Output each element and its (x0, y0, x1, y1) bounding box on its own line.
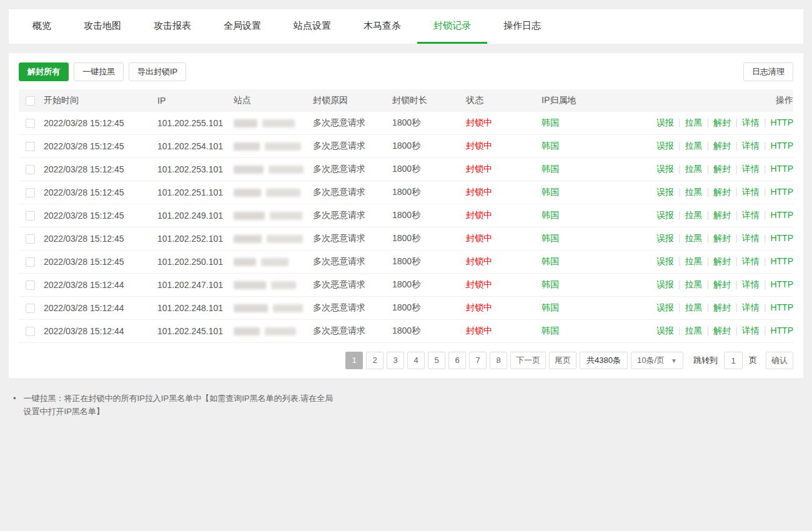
page-button-8[interactable]: 8 (490, 352, 507, 369)
row-checkbox[interactable] (26, 234, 35, 244)
tab-0[interactable]: 概览 (16, 9, 67, 44)
last-page-button[interactable]: 尾页 (549, 352, 577, 369)
blacklist-all-button[interactable]: 一键拉黑 (74, 62, 124, 81)
action-link-0[interactable]: 误报 (656, 279, 674, 289)
cell-ip: 101.202.251.101 (157, 187, 234, 197)
action-link-0[interactable]: 误报 (656, 117, 674, 127)
tab-4[interactable]: 站点设置 (277, 9, 347, 44)
action-link-1[interactable]: 拉黑 (685, 141, 703, 151)
cell-block-duration: 1800秒 (392, 210, 466, 221)
action-link-4[interactable]: HTTP (770, 164, 793, 174)
action-link-3[interactable]: 详情 (742, 325, 760, 335)
action-link-4[interactable]: HTTP (770, 233, 793, 243)
action-link-2[interactable]: 解封 (713, 141, 731, 151)
page-button-6[interactable]: 6 (448, 352, 466, 369)
action-link-3[interactable]: 详情 (742, 302, 760, 312)
tab-7[interactable]: 操作日志 (487, 9, 557, 44)
action-link-3[interactable]: 详情 (742, 210, 760, 220)
action-link-2[interactable]: 解封 (713, 302, 731, 312)
unblock-all-button[interactable]: 解封所有 (19, 62, 69, 81)
action-link-4[interactable]: HTTP (770, 187, 793, 197)
row-checkbox[interactable] (26, 165, 35, 174)
row-checkbox[interactable] (26, 142, 35, 151)
action-link-0[interactable]: 误报 (656, 164, 674, 174)
action-link-0[interactable]: 误报 (656, 256, 674, 266)
action-link-1[interactable]: 拉黑 (685, 302, 703, 312)
tab-1[interactable]: 攻击地图 (67, 9, 137, 44)
action-link-0[interactable]: 误报 (656, 325, 674, 335)
page-button-3[interactable]: 3 (387, 352, 404, 369)
confirm-button[interactable]: 确认 (766, 352, 793, 369)
masked-site-block (234, 189, 261, 197)
select-all-checkbox[interactable] (26, 96, 35, 106)
action-link-3[interactable]: 详情 (742, 164, 760, 174)
action-link-3[interactable]: 详情 (742, 256, 760, 266)
action-link-4[interactable]: HTTP (770, 210, 793, 220)
cell-ip-location: 韩国 (542, 187, 643, 198)
row-checkbox[interactable] (26, 304, 35, 313)
action-link-0[interactable]: 误报 (656, 302, 674, 312)
action-link-2[interactable]: 解封 (713, 164, 731, 174)
action-link-2[interactable]: 解封 (713, 117, 731, 127)
jump-page-input[interactable] (724, 352, 743, 369)
action-link-2[interactable]: 解封 (713, 279, 731, 289)
tab-3[interactable]: 全局设置 (207, 9, 277, 44)
page-button-5[interactable]: 5 (428, 352, 445, 369)
page-button-1[interactable]: 1 (345, 352, 363, 369)
action-link-3[interactable]: 详情 (742, 279, 760, 289)
masked-site-block (234, 258, 256, 266)
action-link-2[interactable]: 解封 (713, 210, 731, 220)
action-link-1[interactable]: 拉黑 (685, 279, 703, 289)
masked-site-block (273, 304, 303, 312)
export-blocked-ip-button[interactable]: 导出封锁IP (129, 62, 186, 81)
action-link-1[interactable]: 拉黑 (685, 256, 703, 266)
cell-actions: 误报|拉黑|解封|详情|HTTP (643, 164, 793, 175)
action-link-4[interactable]: HTTP (770, 279, 793, 289)
cell-ip: 101.202.247.101 (157, 280, 234, 290)
row-checkbox[interactable] (26, 119, 35, 128)
action-link-2[interactable]: 解封 (713, 187, 731, 197)
cell-start-time: 2022/03/28 15:12:45 (44, 141, 157, 151)
cell-actions: 误报|拉黑|解封|详情|HTTP (643, 256, 793, 267)
tab-2[interactable]: 攻击报表 (137, 9, 207, 44)
action-link-1[interactable]: 拉黑 (685, 164, 703, 174)
action-link-2[interactable]: 解封 (713, 325, 731, 335)
action-link-1[interactable]: 拉黑 (685, 117, 703, 127)
row-checkbox[interactable] (26, 327, 35, 336)
action-link-3[interactable]: 详情 (742, 233, 760, 243)
page-button-2[interactable]: 2 (366, 352, 384, 369)
action-link-0[interactable]: 误报 (656, 233, 674, 243)
action-link-4[interactable]: HTTP (770, 256, 793, 266)
action-link-2[interactable]: 解封 (713, 256, 731, 266)
cell-status: 封锁中 (466, 117, 542, 129)
next-page-button[interactable]: 下一页 (510, 352, 546, 369)
action-link-1[interactable]: 拉黑 (685, 325, 703, 335)
action-link-0[interactable]: 误报 (656, 187, 674, 197)
per-page-select[interactable]: 10条/页 ▼ (631, 352, 683, 369)
masked-site-block (271, 281, 296, 289)
action-link-0[interactable]: 误报 (656, 210, 674, 220)
action-link-3[interactable]: 详情 (742, 141, 760, 151)
action-link-0[interactable]: 误报 (656, 141, 674, 151)
action-link-1[interactable]: 拉黑 (685, 210, 703, 220)
action-link-1[interactable]: 拉黑 (685, 233, 703, 243)
tab-5[interactable]: 木马查杀 (347, 9, 417, 44)
action-link-4[interactable]: HTTP (770, 325, 793, 335)
action-link-3[interactable]: 详情 (742, 117, 760, 127)
row-checkbox[interactable] (26, 211, 35, 221)
tab-6[interactable]: 封锁记录 (417, 9, 487, 44)
action-link-4[interactable]: HTTP (770, 302, 793, 312)
action-link-2[interactable]: 解封 (713, 233, 731, 243)
page-button-4[interactable]: 4 (407, 352, 425, 369)
page-button-7[interactable]: 7 (469, 352, 487, 369)
log-clean-button[interactable]: 日志清理 (743, 62, 793, 81)
cell-block-reason: 多次恶意请求 (313, 141, 392, 152)
action-link-4[interactable]: HTTP (770, 117, 793, 127)
row-checkbox[interactable] (26, 188, 35, 197)
row-checkbox[interactable] (26, 257, 35, 267)
cell-block-duration: 1800秒 (392, 256, 466, 267)
row-checkbox[interactable] (26, 280, 35, 290)
action-link-3[interactable]: 详情 (742, 187, 760, 197)
action-link-4[interactable]: HTTP (770, 141, 793, 151)
action-link-1[interactable]: 拉黑 (685, 187, 703, 197)
